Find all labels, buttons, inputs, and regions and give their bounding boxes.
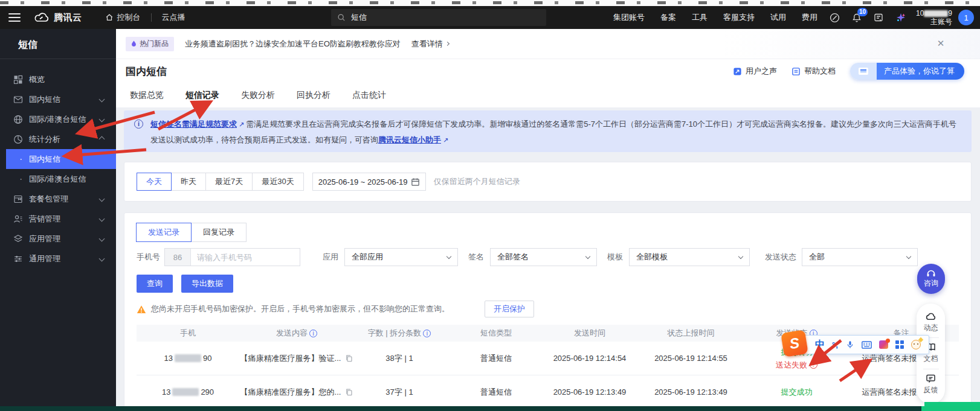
notification-bell-icon[interactable]: 10 [852,13,862,23]
tab-reply-records[interactable]: 回复记录 [191,223,247,242]
phone-input[interactable] [191,249,300,266]
sidebar: 短信 概览 国内短信 国际/港澳台短信 统计分析 [0,29,116,406]
nav-link-org[interactable]: 集团账号 [613,12,645,23]
send-status-select[interactable]: 全部 [802,248,918,266]
alert-body: 需满足规范要求且在运营商完成实名报备后才可保障短信下发成功率。新增审核通过的签名… [150,119,956,144]
global-search-input[interactable]: 短信 [331,9,546,26]
ime-toolbox-icon[interactable] [895,340,904,349]
sidebar-item-label: 国际/港澳台短信 [29,174,86,185]
copy-icon[interactable] [345,354,353,362]
brand-name: 腾讯云 [54,12,82,24]
feedback-widget[interactable]: 反馈 [924,374,938,395]
sidebar-item-package-mgmt[interactable]: 套餐包管理 [0,189,116,209]
tab-sms-records[interactable]: 短信记录 [185,90,219,101]
tencent-cloud-logo[interactable]: 腾讯云 [34,12,82,24]
table-row: 13290 【痛康精准医疗服务】您的... 37字 | 1 普通短信 2025-… [137,375,959,406]
template-select[interactable]: 全部模板 [629,248,750,266]
sidebar-item-label: 国际/港澳台短信 [29,114,86,125]
account-info[interactable]: 109 主账号 [916,9,952,26]
sidebar-item-app-mgmt[interactable]: 应用管理 [0,229,116,249]
emoji-icon[interactable] [911,340,921,349]
promo-banner: 热门新品 业务频遭盗刷困扰？边缘安全加速平台EO防盗刷教程教你应对 查看详情 ✕ [116,29,980,59]
col-report-time: 状态上报时间 [632,328,750,339]
quick-range-7days[interactable]: 最近7天 [205,173,253,191]
nav-link-trial[interactable]: 试用 [770,12,786,23]
hamburger-menu-icon[interactable] [8,13,21,22]
info-circle-icon[interactable]: i [423,330,431,337]
sign-select[interactable]: 全部签名 [490,248,597,266]
phone-redacted [175,354,201,362]
export-data-button[interactable]: 导出数据 [181,275,233,293]
quick-range-yesterday[interactable]: 昨天 [171,173,206,191]
status-success: 提交成功 [781,386,813,398]
signature-spec-link[interactable]: 短信签名需满足规范要求 [150,119,237,129]
navbar-links: 集团账号 备案 工具 客服支持 试用 费用 [613,12,817,23]
console-link[interactable]: 控制台 [105,12,141,23]
info-circle-icon[interactable]: i [309,330,317,337]
sidebar-item-marketing-mgmt[interactable]: 营销管理 [0,209,116,229]
quick-range-30days[interactable]: 最近30天 [252,173,303,191]
consult-widget[interactable]: 咨询 [917,264,945,294]
status-fail: 送达失败! [776,359,817,371]
nav-link-tools[interactable]: 工具 [692,12,708,23]
user-avatar[interactable]: 1 [958,10,974,25]
sidebar-item-intl-sms[interactable]: 国际/港澳台短信 [0,109,116,129]
tab-click-stats[interactable]: 点击统计 [352,90,386,101]
help-docs-link[interactable]: 帮助文档 [791,66,836,77]
ime-language-toggle[interactable]: 中 [815,339,825,351]
date-range-picker[interactable]: 2025-06-19 ~ 2025-06-19 [312,173,426,191]
product-experience-button[interactable]: 产品体验，你说了算 [850,63,964,80]
sidebar-subitem-domestic-sms-active[interactable]: · 国内短信 [6,149,116,169]
secondary-nav-link[interactable]: 云点播 [162,12,185,23]
sidebar-item-label: 营销管理 [29,214,60,225]
news-widget[interactable]: 动态 [924,312,938,333]
cell-send-time: 2025-06-19 12:14:54 [547,354,632,363]
tab-send-records[interactable]: 发送记录 [136,223,192,242]
user-voice-link[interactable]: 用户之声 [733,66,777,77]
query-button[interactable]: 查询 [137,275,173,293]
sidebar-subitem-intl-sms[interactable]: · 国际/港澳台短信 [0,169,116,189]
drop-icon [131,40,137,47]
sidebar-item-overview[interactable]: 概览 [0,69,116,89]
top-navbar: 腾讯云 控制台 云点播 短信 集团账号 备案 工具 客服支持 [0,6,980,29]
enable-protection-button[interactable]: 开启保护 [485,301,534,317]
quick-range-today[interactable]: 今天 [137,173,172,191]
package-icon [13,194,23,204]
tab-data-overview[interactable]: 数据总览 [130,90,164,101]
window-bottom-frame [0,406,980,411]
tab-receipt-analysis[interactable]: 回执分析 [297,90,330,101]
nav-link-icp[interactable]: 备案 [660,12,676,23]
sidebar-item-statistics[interactable]: 统计分析 [0,129,116,149]
hot-product-badge[interactable]: 热门新品 [126,37,174,51]
billing-doc-icon[interactable] [874,13,883,22]
info-circle-icon: i [134,119,143,129]
error-circle-icon[interactable]: ! [810,361,817,369]
copy-icon[interactable] [345,388,353,396]
sogou-logo-icon[interactable]: S [781,330,808,357]
service-circle-icon[interactable] [830,13,840,23]
cloud-icon [925,312,936,321]
sparkle-assistant-icon[interactable] [895,12,906,23]
ime-punctuation-toggle[interactable]: °, [832,340,839,349]
chevron-down-icon [99,236,105,242]
keyboard-icon[interactable] [862,341,872,349]
col-phone: 手机 [137,328,239,339]
tab-failure-analysis[interactable]: 失败分析 [241,90,275,101]
cell-type: 普通短信 [445,387,547,398]
ime-skin-icon[interactable] [879,340,888,349]
nav-link-billing[interactable]: 费用 [802,12,817,23]
nav-link-support[interactable]: 客服支持 [723,12,755,23]
app-select[interactable]: 全部应用 [344,248,458,266]
sign-label: 签名 [468,252,484,263]
page-header: 热门新品 业务频遭盗刷困扰？边缘安全加速平台EO防盗刷教程教你应对 查看详情 ✕… [116,29,980,107]
chevron-down-icon [99,116,105,123]
sidebar-item-domestic-sms[interactable]: 国内短信 [0,89,116,109]
microphone-icon[interactable] [846,340,854,349]
close-icon[interactable]: ✕ [936,39,945,48]
privacy-notice-row: 您尚未开启手机号码加密保护。开启后，手机号将加密展示，但不影响您的正常查询。 开… [137,301,959,317]
sidebar-item-general-mgmt[interactable]: 通用管理 [0,249,116,269]
date-range-value: 2025-06-19 ~ 2025-06-19 [318,177,408,186]
chat-icon [926,374,936,383]
sms-assistant-link[interactable]: 腾讯云短信小助手 [378,135,441,144]
banner-detail-link[interactable]: 查看详情 [411,39,449,49]
